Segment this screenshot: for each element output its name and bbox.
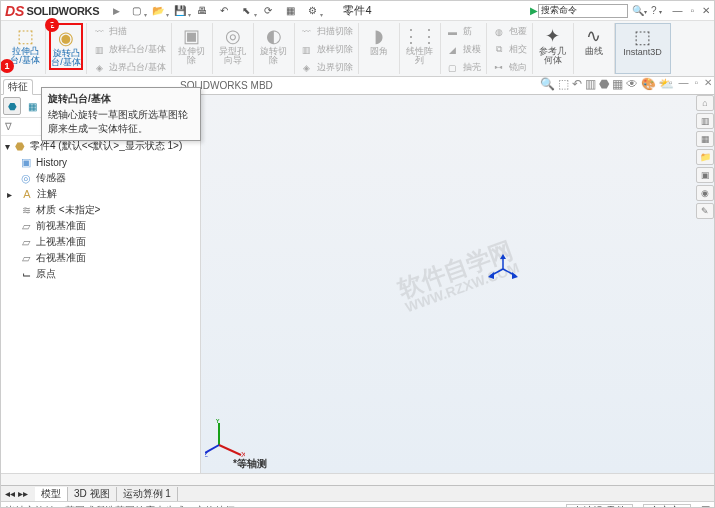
taskpane-appearance-icon[interactable]: ◉ [696,185,714,201]
fm-tab-property-icon[interactable]: ▦ [23,97,41,115]
tree-sensors[interactable]: ◎传感器 [5,170,196,186]
linear-pattern-button[interactable]: ⋮⋮线性阵列 [403,23,437,66]
intersect-button[interactable]: ⧉相交 [490,41,529,58]
section-view-icon[interactable]: ▥ [585,77,596,91]
rib-button[interactable]: ▬筋 [444,23,483,40]
plane-icon: ▱ [19,251,33,265]
tree-material[interactable]: ≋材质 <未指定> [5,202,196,218]
prev-view-icon[interactable]: ↶ [572,77,582,91]
bottom-tab-motion[interactable]: 运动算例 1 [117,487,178,501]
sweep-icon: 〰 [92,25,106,39]
doc-view2-icon[interactable]: ▫ [669,77,673,88]
boundary-cut-button[interactable]: ◈边界切除 [298,59,355,76]
mirror-button[interactable]: ⧿镜向 [490,59,529,76]
material-icon: ≋ [19,203,33,217]
revolve-cut-button[interactable]: ◐旋转切除 [257,23,291,66]
search-play-icon[interactable]: ▶ [530,5,538,16]
taskpane-explorer-icon[interactable]: 📁 [696,149,714,165]
bottom-tab-3dview[interactable]: 3D 视图 [68,487,117,501]
taskpane-view-icon[interactable]: ▣ [696,167,714,183]
qat-rebuild[interactable]: ⟳ [258,3,278,19]
curves-button[interactable]: ∿曲线 [577,23,611,56]
tree-origin[interactable]: ⌙原点 [5,266,196,282]
close-button[interactable]: ✕ [702,5,710,16]
menu-expand-icon[interactable]: ▶ [113,6,120,16]
sensor-icon: ◎ [19,171,33,185]
taskpane-home-icon[interactable]: ⌂ [696,95,714,111]
revolve-tooltip: 旋转凸台/基体 绕轴心旋转一草图或所选草图轮廓来生成一实体特征。 [41,87,201,141]
reference-geometry-button[interactable]: ✦参考几何体 [536,23,570,66]
status-custom[interactable]: 自定义 ▾ [643,504,691,509]
tooltip-title: 旋转凸台/基体 [48,92,194,106]
extrude-boss-button[interactable]: ⬚ 拉伸凸台/基体 [8,23,42,66]
heads-up-view-toolbar: 🔍 ⬚ ↶ ▥ ⬣ ▦ 👁 🎨 ⛅ [540,77,674,91]
boundary-icon: ◈ [92,61,106,75]
part-icon: ⬣ [13,139,27,153]
appearance-icon[interactable]: 🎨 [641,77,656,91]
revolve-boss-button[interactable]: ◉ 旋转凸台/基体 [49,23,83,70]
horizontal-scrollbar[interactable] [1,473,714,485]
draft-button[interactable]: ◢拔模 [444,41,483,58]
help-icon[interactable]: ? ▾ [651,5,662,16]
sweep-cut-button[interactable]: 〰扫描切除 [298,23,355,40]
instant3d-icon: ⬚ [631,26,655,48]
quick-access-toolbar: ▢▾ 📂▾ 💾▾ 🖶 ↶ ⬉▾ ⟳ ▦ ⚙▾ [126,3,322,19]
zoom-area-icon[interactable]: ⬚ [558,77,569,91]
bottom-tab-model[interactable]: 模型 [35,487,68,501]
shell-button[interactable]: ▢抽壳 [444,59,483,76]
taskpane-resources-icon[interactable]: ▥ [696,113,714,129]
sweep-boss-button[interactable]: 〰扫描 [90,23,168,40]
doc-view1-icon[interactable]: ▫ [659,77,663,88]
tree-front-plane[interactable]: ▱前视基准面 [5,218,196,234]
search-icon[interactable]: 🔍▾ [632,5,647,16]
svg-marker-1 [500,254,506,259]
callout-badge-1: 1 [0,59,14,73]
taskpane-custom-icon[interactable]: ✎ [696,203,714,219]
minimize-button[interactable]: — [672,5,682,16]
tab-nav-left-icon[interactable]: ◂◂ ▸▸ [5,488,28,499]
document-title: 零件4 [343,3,371,18]
svg-line-8 [219,445,241,455]
view-orientation-icon[interactable]: ⬣ [599,77,609,91]
doc-restore-icon[interactable]: ▫ [694,77,698,88]
extrude-cut-button[interactable]: ▣拉伸切除 [175,23,209,66]
fillet-button[interactable]: ◗圆角 [362,23,396,56]
hide-show-icon[interactable]: 👁 [626,77,638,91]
hole-wizard-button[interactable]: ◎异型孔向导 [216,23,250,66]
qat-new[interactable]: ▢▾ [126,3,146,19]
collapse-icon[interactable]: ▾ [5,141,10,152]
tree-top-plane[interactable]: ▱上视基准面 [5,234,196,250]
tab-features[interactable]: 特征 [3,79,33,95]
qat-undo[interactable]: ↶ [214,3,234,19]
instant3d-button[interactable]: ⬚Instant3D [619,24,667,57]
expand-icon[interactable]: ▸ [7,189,17,200]
task-pane-tabs: ⌂ ▥ ▦ 📁 ▣ ◉ ✎ [696,95,715,219]
qat-options[interactable]: ▦ [280,3,300,19]
feature-tree: ▾⬣零件4 (默认<<默认>_显示状态 1>) ▣History ◎传感器 ▸A… [1,136,200,284]
doc-minimize-icon[interactable]: — [678,77,688,88]
status-widget-icon[interactable]: ▦ [701,504,710,509]
feature-manager-panel: ⬣ ▦ ⚙ ◉ ▥ » ∇ ➔ ▾⬣零件4 (默认<<默认>_显示状态 1>) … [1,95,201,473]
tree-history[interactable]: ▣History [5,154,196,170]
doc-close-icon[interactable]: ✕ [704,77,712,88]
qat-settings[interactable]: ⚙▾ [302,3,322,19]
graphics-viewport[interactable]: 软件自学网 WWW.RZXW.COM Y X Z *等轴测 ⌂ ▥ ▦ 📁 ▣ … [201,95,714,473]
tree-right-plane[interactable]: ▱右视基准面 [5,250,196,266]
restore-button[interactable]: ▫ [690,5,694,16]
fm-tab-tree-icon[interactable]: ⬣ [3,97,21,115]
taskpane-library-icon[interactable]: ▦ [696,131,714,147]
qat-print[interactable]: 🖶 [192,3,212,19]
status-editing: 在编辑 零件 [566,504,633,509]
tree-annotations[interactable]: ▸A注解 [5,186,196,202]
tooltip-body: 绕轴心旋转一草图或所选草图轮廓来生成一实体特征。 [48,108,194,136]
qat-select[interactable]: ⬉▾ [236,3,256,19]
boundary-boss-button[interactable]: ◈边界凸台/基体 [90,59,168,76]
loft-boss-button[interactable]: ▥放样凸台/基体 [90,41,168,58]
wrap-button[interactable]: ◍包覆 [490,23,529,40]
display-style-icon[interactable]: ▦ [612,77,623,91]
zoom-fit-icon[interactable]: 🔍 [540,77,555,91]
search-command-input[interactable]: 搜索命令 [538,4,628,18]
loft-cut-button[interactable]: ▥放样切除 [298,41,355,58]
qat-open[interactable]: 📂▾ [148,3,168,19]
qat-save[interactable]: 💾▾ [170,3,190,19]
